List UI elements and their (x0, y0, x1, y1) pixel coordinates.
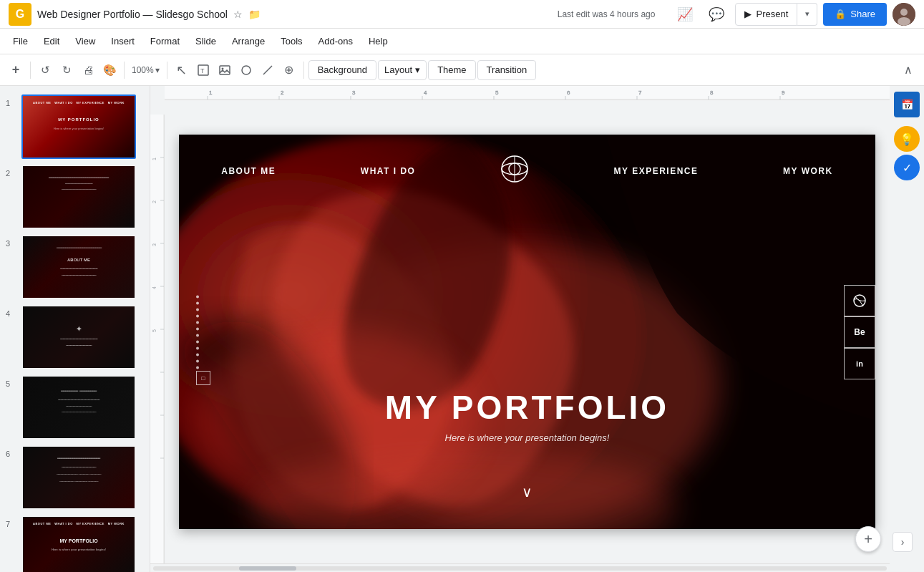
slide-number-7: 7 (6, 515, 17, 528)
nav-my-experience: MY EXPERIENCE (614, 166, 699, 176)
zoom-button[interactable]: 100% ▾ (129, 59, 162, 82)
avatar[interactable] (893, 3, 915, 26)
paint-button[interactable]: 🎨 (99, 59, 120, 82)
line-tool[interactable] (258, 59, 278, 82)
nav-my-work: MY WORK (783, 166, 833, 176)
slide-number-6: 6 (6, 445, 17, 458)
svg-text:2: 2 (281, 89, 284, 96)
image-tool[interactable] (215, 59, 235, 82)
slide-item-7[interactable]: 7 ABOUT ME WHAT I DO MY EXPERIENCE MY WO… (0, 513, 150, 572)
slide-number-2: 2 (6, 165, 17, 178)
slide-item-1[interactable]: 1 ABOUT ME WHAT I DO MY EXPERIENCE MY WO… (0, 92, 150, 162)
analytics-button[interactable]: 📈 (672, 1, 698, 27)
svg-text:8: 8 (710, 89, 714, 96)
svg-text:6: 6 (567, 89, 570, 96)
menu-format[interactable]: Format (143, 33, 187, 49)
slide-thumb-6: ━━━━━━━━━━━━━━━━━━━━ ━━━━━━━━━━━━━━━━━━━… (21, 445, 136, 510)
transition-button[interactable]: Transition (477, 60, 537, 80)
shape-tool[interactable] (236, 59, 256, 82)
zoom-dropdown-icon: ▾ (155, 65, 160, 75)
svg-text:5: 5 (152, 329, 157, 332)
slide-item-4[interactable]: 4 ✦ ━━━━━━━━━━━━━━━━━━━━━━━━━━ ━━━━━━━━━… (0, 302, 150, 372)
doc-title: Web Designer Portfolio — Slidesgo School (37, 9, 228, 20)
sep1 (30, 62, 31, 79)
print-button[interactable]: 🖨 (78, 59, 98, 82)
textbox-tool[interactable]: T (193, 59, 213, 82)
slide-number-5: 5 (6, 375, 17, 388)
more-tool[interactable]: ⊕ (279, 59, 299, 82)
menu-tools[interactable]: Tools (273, 33, 309, 49)
slide-social-icons: Be in (844, 285, 875, 379)
slide-item-6[interactable]: 6 ━━━━━━━━━━━━━━━━━━━━ ━━━━━━━━━━━━━━━━━… (0, 442, 150, 513)
folder-icon[interactable]: 📁 (248, 9, 261, 20)
main-slide[interactable]: ABOUT ME WHAT I DO MY EXPERIENCE (179, 135, 875, 529)
last-edit: Last edit was 4 hours ago (558, 9, 656, 19)
slide-thumb-1: ABOUT ME WHAT I DO MY EXPERIENCE MY WORK… (21, 94, 136, 159)
sep3 (167, 62, 167, 79)
svg-text:7: 7 (638, 89, 642, 96)
slide-item-2[interactable]: 2 ━━━━━━━━━━━━━━━━━━━━━━━━━━━━ ━━━━━━━━━… (0, 162, 150, 232)
slide-canvas-area[interactable]: ABOUT ME WHAT I DO MY EXPERIENCE (165, 100, 890, 563)
expand-panel-button[interactable]: › (893, 532, 913, 552)
bottom-scrollbar[interactable] (150, 563, 890, 572)
add-button[interactable]: + (6, 59, 26, 82)
share-button[interactable]: 🔒 Share (823, 3, 887, 26)
ideas-button[interactable]: 💡 (894, 126, 920, 152)
title-bar: G Web Designer Portfolio — Slidesgo Scho… (0, 0, 924, 29)
present-button[interactable]: ▶ Present (735, 3, 797, 26)
calendar-button[interactable]: 📅 (894, 92, 920, 117)
menu-bar: File Edit View Insert Format Slide Arran… (0, 29, 924, 54)
collapse-toolbar-button[interactable]: ∧ (898, 60, 918, 80)
layout-button[interactable]: Layout ▾ (378, 60, 427, 80)
svg-text:T: T (200, 67, 205, 74)
svg-text:4: 4 (152, 286, 157, 289)
svg-text:5: 5 (495, 89, 499, 96)
menu-slide[interactable]: Slide (188, 33, 223, 49)
toolbar: + ↺ ↻ 🖨 🎨 100% ▾ ↖ T ⊕ Background Layout… (0, 54, 924, 86)
cursor-tool[interactable]: ↖ (172, 59, 192, 82)
slide-number-1: 1 (6, 94, 17, 107)
transition-label: Transition (487, 64, 527, 75)
add-slide-button[interactable]: + (855, 526, 881, 552)
slide-thumb-3: ━━━━━━━━━━━━━━━━━━━━━ ABOUT ME ━━━━━━━━━… (21, 235, 136, 299)
comments-button[interactable]: 💬 (704, 1, 729, 27)
lock-icon: 🔒 (835, 9, 846, 19)
menu-insert[interactable]: Insert (104, 33, 142, 49)
share-label: Share (850, 9, 875, 19)
slide-chevron-down: ∨ (522, 483, 532, 500)
slide-item-5[interactable]: 5 ━━━━━━━━ ━━━━━━━━ ━━━━━━━━━━━━━━━━━━━━… (0, 372, 150, 442)
menu-edit[interactable]: Edit (37, 33, 67, 49)
layout-label: Layout (384, 64, 412, 75)
slide-item-3[interactable]: 3 ━━━━━━━━━━━━━━━━━━━━━ ABOUT ME ━━━━━━━… (0, 232, 150, 302)
menu-view[interactable]: View (68, 33, 102, 49)
header-right: 📈 💬 ▶ Present ▾ 🔒 Share (672, 1, 915, 27)
slide-thumb-7: ABOUT ME WHAT I DO MY EXPERIENCE MY WORK… (21, 515, 136, 572)
scrollbar-track (153, 566, 887, 571)
menu-help[interactable]: Help (361, 33, 395, 49)
svg-point-2 (898, 17, 910, 26)
present-dropdown[interactable]: ▾ (797, 3, 817, 26)
sep2 (124, 62, 125, 79)
theme-button[interactable]: Theme (428, 60, 475, 80)
layout-dropdown-icon: ▾ (415, 64, 420, 75)
menu-arrange[interactable]: Arrange (225, 33, 272, 49)
slide-corner-icon: □ (196, 371, 210, 385)
check-button[interactable]: ✓ (894, 155, 920, 180)
svg-point-7 (242, 66, 251, 74)
social-linkedin-icon: in (844, 348, 875, 379)
slides-panel: 1 ABOUT ME WHAT I DO MY EXPERIENCE MY WO… (0, 86, 150, 572)
menu-file[interactable]: File (6, 33, 35, 49)
slide-main-subtitle: Here is where your presentation begins! (179, 432, 875, 443)
undo-button[interactable]: ↺ (35, 59, 55, 82)
redo-button[interactable]: ↻ (57, 59, 77, 82)
svg-text:3: 3 (152, 243, 157, 246)
nav-about-me: ABOUT ME (221, 166, 276, 176)
slide-thumb-2: ━━━━━━━━━━━━━━━━━━━━━━━━━━━━ ━━━━━━━━━━━… (21, 165, 136, 229)
slide-navigation: ABOUT ME WHAT I DO MY EXPERIENCE (179, 155, 875, 187)
zoom-level: 100% (132, 65, 154, 75)
horizontal-ruler: 1 2 3 4 5 6 7 8 9 (165, 86, 890, 100)
menu-addons[interactable]: Add-ons (311, 33, 360, 49)
star-icon[interactable]: ☆ (233, 9, 243, 20)
background-button[interactable]: Background (308, 60, 376, 80)
scrollbar-thumb[interactable] (239, 566, 296, 571)
